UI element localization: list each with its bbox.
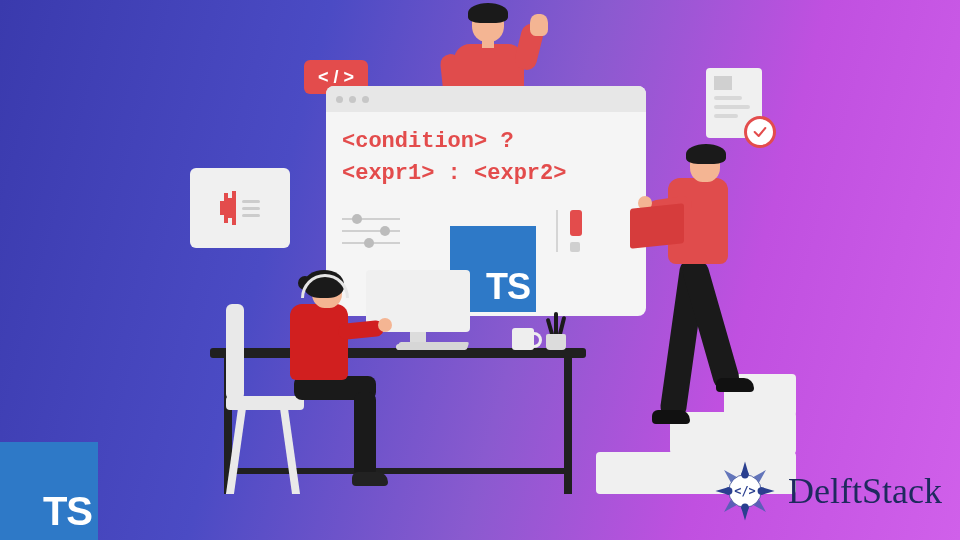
delftstack-emblem-icon: </> [708,454,782,528]
checkmark-icon [744,116,776,148]
person-standing-illustration [620,148,790,478]
typescript-badge-text: TS [486,266,530,308]
window-titlebar [326,86,646,112]
svg-point-4 [741,471,748,478]
mug-icon [512,328,534,350]
svg-point-7 [758,487,765,494]
svg-point-5 [741,504,748,511]
document-icon [706,68,762,138]
brand-name: DelftStack [788,470,942,512]
stats-panel [190,168,290,248]
laptop-icon [630,203,684,249]
code-line-1: <condition> ? [342,126,630,158]
svg-point-6 [725,487,732,494]
plant-icon [544,310,568,350]
svg-text:</>: </> [734,484,755,498]
brand: </> DelftStack [708,454,942,528]
code-line-2: <expr1> : <expr2> [342,158,630,190]
typescript-logo: TS [0,442,98,540]
typescript-logo-text: TS [43,489,92,534]
person-sitting-illustration [242,274,422,494]
code-tag-label: < / > [318,67,354,88]
